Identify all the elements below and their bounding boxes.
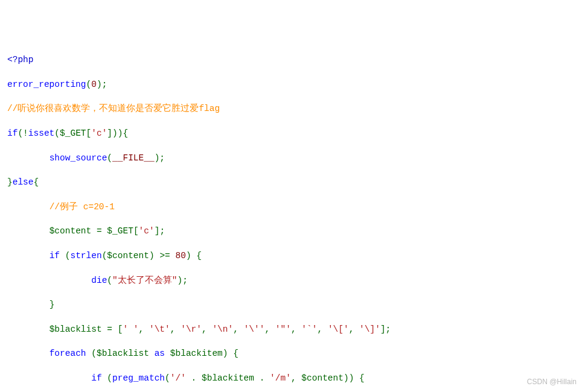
func-call: error_reporting: [7, 80, 86, 89]
code-line: die("太长了不会算");: [7, 274, 578, 286]
code-line: //听说你很喜欢数学，不知道你是否爱它胜过爱flag: [7, 103, 578, 115]
php-open-tag: <?php: [7, 55, 34, 65]
code-line: if (preg_match('/' . $blackitem . '/m', …: [7, 372, 578, 384]
code-line: if(!isset($_GET['c'])){: [7, 127, 578, 139]
code-line: foreach ($blacklist as $blackitem) {: [7, 347, 578, 359]
code-line: if (strlen($content) >= 80) {: [7, 250, 578, 262]
code-line: <?php: [7, 54, 578, 66]
code-line: //例子 c=20-1: [7, 201, 578, 213]
code-line: show_source(__FILE__);: [7, 152, 578, 164]
code-line: $blacklist = [' ', '\t', '\r', '\n', '\'…: [7, 323, 578, 335]
watermark: CSDN @Hillain: [527, 377, 577, 387]
code-line: }: [7, 299, 578, 311]
code-line: }else{: [7, 176, 578, 188]
code-line: $content = $_GET['c'];: [7, 225, 578, 237]
comment: //听说你很喜欢数学，不知道你是否爱它胜过爱flag: [7, 104, 220, 113]
comment: //例子 c=20-1: [50, 202, 115, 212]
code-line: error_reporting(0);: [7, 78, 578, 90]
